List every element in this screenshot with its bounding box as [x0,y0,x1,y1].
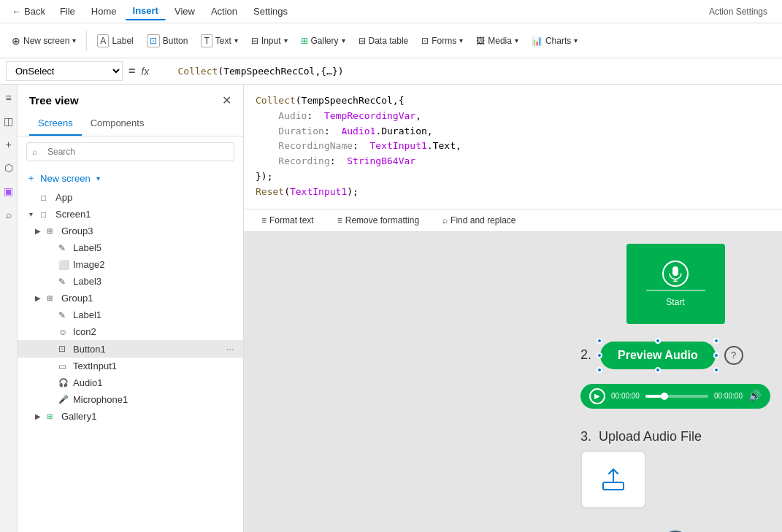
back-button[interactable]: ← ← Back Back [6,3,51,20]
forms-icon: ⊡ [421,36,429,46]
input-button[interactable]: ⊟ Input ▾ [245,33,294,49]
handle-tl[interactable] [597,338,602,344]
label5-icon: ✎ [58,243,70,253]
group3-label: Group3 [61,225,93,236]
handle-mr[interactable] [713,352,719,358]
plus-icon[interactable]: + [1,137,16,152]
tab-screens[interactable]: Screens [29,113,82,136]
code-line-5: Recording: StringB64Var [256,154,770,169]
media-text: Media [488,36,512,46]
data-icon[interactable]: ⬡ [1,161,16,175]
microphone-svg [669,266,682,282]
formula-code[interactable]: Collect(TempSpeechRecCol,{…}) [155,55,776,88]
player-time-start: 00:00:00 [611,392,640,400]
image2-icon: ⬜ [58,260,70,270]
screen1-chevron-icon: ▾ [29,210,38,218]
menu-insert[interactable]: Insert [126,2,166,20]
variable-icon[interactable]: ▣ [1,184,16,198]
tree-item-icon2[interactable]: ☺ Icon2 [18,323,243,340]
textinput1-icon: ▭ [58,361,70,371]
new-screen-tree-chevron-icon: ▾ [96,174,100,182]
handle-bm[interactable] [655,367,661,373]
menu-view[interactable]: View [167,3,202,20]
property-select[interactable]: OnSelect [6,61,123,81]
tree-item-gallery1[interactable]: ▶ ⊞ Gallery1 [18,408,243,425]
text-button[interactable]: T Text ▾ [195,31,243,50]
menu-settings[interactable]: Settings [246,3,295,20]
find-replace-button[interactable]: ⌕ Find and replace [437,212,521,228]
handle-br[interactable] [713,367,719,373]
remove-formatting-button[interactable]: ≡ Remove formatting [331,212,425,228]
input-icon: ⊟ [251,36,258,46]
player-play-button[interactable]: ▶ [589,388,605,404]
charts-chevron-icon: ▾ [574,36,578,45]
remove-formatting-label: Remove formatting [345,215,419,225]
tree-item-label3[interactable]: ✎ Label3 [18,273,243,290]
fx-label: fx [141,66,149,77]
player-volume-icon[interactable]: 🔊 [748,390,762,403]
tree-item-group3[interactable]: ▶ ⊞ Group3 [18,223,243,239]
record-start-button[interactable]: Start [626,244,725,324]
tree-item-image2[interactable]: ⬜ Image2 [18,256,243,273]
media-button[interactable]: 🖼 Media ▾ [470,33,524,49]
menu-file[interactable]: File [53,3,83,20]
search-input[interactable] [26,142,234,161]
data-table-button[interactable]: ⊟ Data table [353,33,415,49]
charts-button[interactable]: 📊 Charts ▾ [526,33,583,49]
code-editor[interactable]: Collect(TempSpeechRecCol,{ Audio: TempRe… [244,85,782,209]
back-arrow-icon: ← [12,6,21,17]
preview-help-button[interactable]: ? [724,346,743,365]
new-screen-button[interactable]: ⊕ New screen ▾ [6,32,82,50]
tree-item-screen1[interactable]: ▾ □ Screen1 [18,206,243,223]
tree-item-app[interactable]: □ App [18,189,243,206]
tree-item-button1[interactable]: ⊡ Button1 ··· [18,340,243,358]
tree-item-group1[interactable]: ▶ ⊞ Group1 [18,290,243,307]
tree-close-button[interactable]: ✕ [222,93,231,107]
step1-container: Start [580,244,770,324]
handle-bl[interactable] [597,367,602,373]
audio1-label: Audio1 [73,377,102,388]
svg-rect-3 [603,482,624,490]
button-button[interactable]: ⊡ Button [141,31,194,50]
label-button[interactable]: A Label [91,31,139,50]
format-text-button[interactable]: ≡ Format text [256,212,320,228]
button1-icon: ⊡ [58,344,70,354]
canvas-area: Collect(TempSpeechRecCol,{ Audio: TempRe… [244,85,782,532]
upload-icon [600,466,626,493]
hamburger-icon[interactable]: ≡ [1,90,16,105]
equals-sign: = [129,65,135,78]
preview-audio-button[interactable]: Preview Audio [600,342,716,369]
collect-fn: Collect [178,66,218,77]
layers-icon[interactable]: ◫ [1,114,16,128]
button1-options-icon[interactable]: ··· [226,343,234,355]
handle-tm[interactable] [655,338,661,344]
gallery-button[interactable]: ⊞ Gallery ▾ [295,33,351,49]
tree-item-label1[interactable]: ✎ Label1 [18,307,243,323]
textinput1-label: TextInput1 [73,361,117,371]
toolbar: ⊕ New screen ▾ A Label ⊡ Button T Text ▾… [0,23,782,58]
charts-text: Charts [545,36,571,46]
format-text-icon: ≡ [261,215,267,225]
player-progress-bar[interactable] [645,395,708,398]
menu-home[interactable]: Home [84,3,124,20]
gallery-text: Gallery [311,36,339,46]
upload-button[interactable] [580,450,646,509]
tree-title: Tree view [29,94,79,107]
tree-header: Tree view ✕ [18,85,243,113]
tree-item-audio1[interactable]: 🎧 Audio1 [18,374,243,391]
new-screen-tree-button[interactable]: ＋ New screen ▾ [18,167,243,189]
find-replace-icon: ⌕ [442,215,448,225]
tab-components[interactable]: Components [82,113,153,136]
tree-item-microphone1[interactable]: 🎤 Microphone1 [18,391,243,408]
handle-ml[interactable] [597,352,602,358]
search-icon[interactable]: ⌕ [1,207,16,222]
code-line-7: Reset(TextInput1); [256,185,770,200]
preview-content: Start 2. [256,244,770,532]
tree-item-textinput1[interactable]: ▭ TextInput1 [18,358,243,374]
forms-button[interactable]: ⊡ Forms ▾ [415,33,469,49]
tree-item-label5[interactable]: ✎ Label5 [18,239,243,256]
audio-player: ▶ 00:00:00 00:00:00 🔊 [580,384,770,409]
handle-tr[interactable] [713,338,719,344]
menu-action[interactable]: Action [204,3,245,20]
button1-label: Button1 [73,344,106,355]
